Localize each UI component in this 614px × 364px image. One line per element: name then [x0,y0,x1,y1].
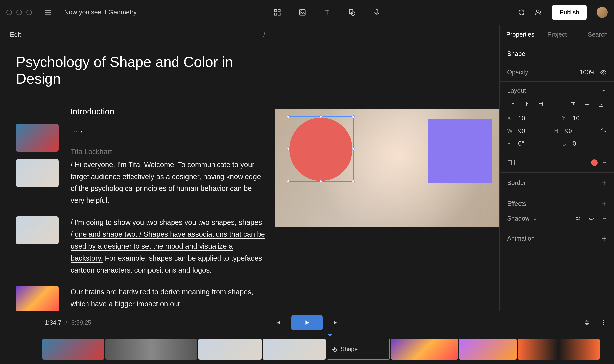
sliders-icon[interactable] [575,216,581,221]
svg-point-15 [603,324,604,325]
align-right-icon[interactable] [535,100,546,109]
svg-rect-0 [274,9,277,12]
time-separator: / [65,319,67,326]
grid-icon[interactable] [272,7,282,17]
edit-label[interactable]: Edit [10,31,21,39]
animation-row[interactable]: Animation + [500,228,614,249]
add-user-icon[interactable] [535,9,542,16]
timeline-shape-clip[interactable]: Shape [327,339,390,360]
timeline-clip[interactable] [42,339,104,360]
rotation-value[interactable]: 0° [518,140,524,147]
skip-back-icon[interactable] [274,319,281,326]
canvas[interactable] [275,25,499,311]
resize-handle[interactable] [352,115,355,118]
w-value[interactable]: 90 [518,127,525,135]
resize-handle[interactable] [352,180,355,182]
add-effect-icon[interactable]: + [602,199,607,209]
svg-point-10 [603,71,604,73]
svg-rect-1 [278,9,280,12]
x-value[interactable]: 10 [518,115,525,122]
timecode: 1:34.7 / 3:59.25 [45,319,91,326]
timeline-clip[interactable] [518,339,600,360]
clip-thumbnail[interactable] [16,286,59,311]
resize-handle[interactable] [287,180,290,182]
opacity-value[interactable]: 100% [580,69,596,76]
remove-shadow-icon[interactable]: − [602,214,607,223]
timeline[interactable]: Shape [0,334,614,364]
remove-fill-icon[interactable]: − [602,158,607,167]
h-value[interactable]: 90 [565,127,572,135]
align-center-h-icon[interactable] [521,100,532,109]
shadow-row[interactable]: Shadow ⌄ − [507,214,607,223]
image-icon[interactable] [297,7,307,17]
comment-icon[interactable] [517,9,525,16]
resize-handle[interactable] [320,115,322,118]
tab-properties[interactable]: Properties [500,25,541,45]
clip-thumbnail[interactable] [16,159,59,187]
fill-swatch[interactable] [591,159,598,166]
svg-point-9 [537,10,539,12]
document-title[interactable]: Now you see it Geometry [64,8,137,16]
add-border-icon[interactable]: + [602,178,607,188]
maximize-window[interactable] [26,10,32,15]
clip-thumbnail[interactable] [16,216,59,244]
fill-label: Fill [507,159,515,166]
align-top-icon[interactable] [567,100,579,109]
resize-handle[interactable] [287,148,290,150]
transcript-block[interactable]: … ♩ Tifa Lockhart / Hi everyone, I'm Tif… [71,124,265,206]
align-center-v-icon[interactable] [581,100,593,109]
playback-controls [274,315,340,330]
collapse-icon[interactable] [584,319,590,326]
resize-handle[interactable] [320,180,322,182]
script-body[interactable]: Psychology of Shape and Color in Design … [0,44,275,311]
skip-forward-icon[interactable] [333,319,340,326]
opacity-label: Opacity [507,69,528,76]
chevron-up-icon[interactable] [601,88,607,93]
svg-rect-3 [278,13,280,15]
microphone-icon[interactable] [372,7,382,17]
radius-value[interactable]: 0 [573,140,576,147]
clip-thumbnail[interactable] [16,124,59,152]
tab-search[interactable]: Search [581,25,614,45]
timeline-clip[interactable] [198,339,262,360]
timeline-clip[interactable] [459,339,517,360]
more-options-icon[interactable] [600,319,607,326]
panel-tabs: Properties Project Search [500,25,614,45]
transcript-text: Our brains are hardwired to derive meani… [71,286,265,310]
window-controls [6,10,32,15]
tab-project[interactable]: Project [541,25,573,45]
x-label: X [507,115,515,122]
add-animation-icon[interactable]: + [602,234,607,243]
timeline-clip[interactable] [105,339,197,360]
resize-handle[interactable] [352,148,355,150]
selection-box[interactable] [288,116,354,182]
timeline-clip[interactable] [391,339,458,360]
chevron-down-icon[interactable]: ⌄ [533,215,537,221]
publish-button[interactable]: Publish [552,5,587,20]
timeline-clip[interactable] [263,339,326,360]
text-icon[interactable] [322,7,332,17]
playhead[interactable] [330,334,330,364]
opacity-row[interactable]: Opacity 100% [500,63,614,82]
transcript-block[interactable]: / I'm going to show you two shapes you t… [71,216,265,276]
link-dimensions-icon[interactable] [601,127,607,135]
close-window[interactable] [6,10,12,15]
element-type-row: Shape [500,45,614,63]
border-row[interactable]: Border + [500,173,614,193]
minimize-window[interactable] [16,10,22,15]
square-shape[interactable] [428,119,492,183]
resize-handle[interactable] [287,115,290,118]
align-left-icon[interactable] [507,100,519,109]
hidden-icon[interactable] [589,216,594,221]
visibility-icon[interactable] [600,69,607,76]
fill-row[interactable]: Fill − [500,153,614,173]
transcript-block[interactable]: Our brains are hardwired to derive meani… [71,286,265,311]
menu-icon[interactable] [44,9,52,16]
y-value[interactable]: 10 [573,115,580,122]
user-avatar[interactable] [597,7,608,18]
page-title: Psychology of Shape and Color in Design [16,53,265,87]
play-button[interactable] [291,315,323,330]
shapes-icon[interactable] [347,7,357,17]
layout-section: Layout X10 Y10 W90 H90 [500,82,614,153]
align-bottom-icon[interactable] [595,100,607,109]
